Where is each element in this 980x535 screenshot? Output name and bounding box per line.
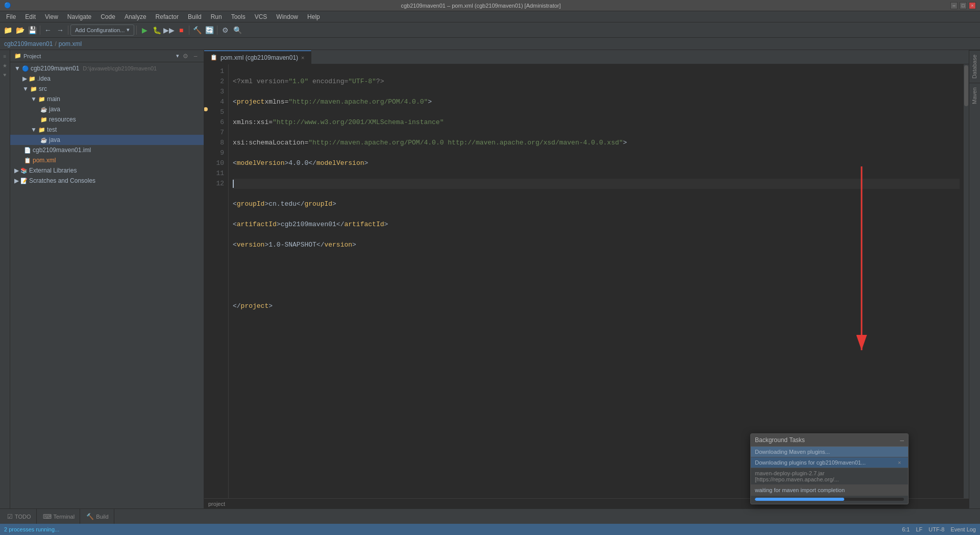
menu-code[interactable]: Code [96,12,119,21]
code-line-9: <version>1.0-SNAPSHOT</version> [233,240,960,250]
project-panel-title: Project [23,53,174,59]
code-line-4: xsi:schemaLocation="http://maven.apache.… [233,138,960,148]
terminal-icon: ⌨ [43,513,52,520]
minimize-button[interactable]: – [950,2,958,9]
toolbar-separator-3 [136,26,137,35]
iml-label: cgb2109maven01.iml [33,147,91,154]
right-tab-maven[interactable]: Maven [969,83,980,108]
breadcrumb-separator: / [55,40,56,47]
project-dropdown-icon[interactable]: ▾ [176,53,179,59]
editor-tabs: 📋 pom.xml (cgb2109maven01) × [204,50,969,64]
tree-external-libs[interactable]: ▶ 📚 External Libraries [10,165,204,176]
menu-navigate[interactable]: Navigate [63,12,95,21]
root-icon: 🔵 [22,65,29,72]
editor-tab-pom[interactable]: 📋 pom.xml (cgb2109maven01) × [204,51,311,64]
toolbar-forward[interactable]: → [55,25,66,36]
cursor-position[interactable]: 6:1 [902,526,910,532]
menu-build[interactable]: Build [184,12,206,21]
menu-help[interactable]: Help [303,12,324,21]
toolbar-run-with-coverage[interactable]: ▶▶ [163,25,175,36]
add-configuration-button[interactable]: Add Configuration... ▾ [70,25,134,36]
menu-file[interactable]: File [2,12,20,21]
left-tool-favorites[interactable]: ♥ [1,70,9,79]
processes-status[interactable]: 2 processes running... [4,526,59,532]
src-folder-icon: 📁 [30,86,37,92]
bottom-tab-todo[interactable]: ☑ TODO [2,509,37,524]
close-button[interactable]: × [969,2,976,9]
toolbar-run[interactable]: ▶ [139,25,150,36]
test-java-label: java [49,136,60,143]
menu-view[interactable]: View [41,12,62,21]
right-sidebar: Database Maven [969,50,980,508]
tree-iml[interactable]: 📄 cgb2109maven01.iml [10,145,204,155]
menu-run[interactable]: Run [207,12,226,21]
toolbar-new-project[interactable]: 📁 [2,25,13,36]
bottom-panel: ☑ TODO ⌨ Terminal 🔨 Build [0,508,980,524]
test-java-icon: ☕ [40,137,47,143]
menu-bar: File Edit View Navigate Code Analyze Ref… [0,11,980,22]
test-arrow: ▼ [31,126,37,133]
tree-resources[interactable]: 📁 resources [10,114,204,125]
src-label: src [39,85,47,92]
charset[interactable]: UTF-8 [928,526,944,532]
tree-main-java[interactable]: ☕ java [10,104,204,114]
toolbar-update[interactable]: 🔄 [204,25,215,36]
toolbar-separator-1 [40,26,40,35]
tree-root[interactable]: ▼ 🔵 cgb2109maven01 D:\javaweb\cgb2109mav… [10,63,204,74]
breadcrumb-project[interactable]: cgb2109maven01 [4,40,53,47]
todo-icon: ☑ [7,513,13,520]
build-label: Build [96,514,108,520]
root-path: D:\javaweb\cgb2109maven01 [83,65,157,71]
tree-pom[interactable]: 📋 pom.xml [10,155,204,165]
idea-folder-icon: 📁 [29,76,36,82]
tree-src[interactable]: ▼ 📁 src [10,84,204,94]
event-log[interactable]: Event Log [950,526,976,532]
line-numbers: 1 2 3 4 5 6 7 8 9 10 11 12 [207,64,229,498]
toolbar-save[interactable]: 💾 [27,25,38,36]
tab-close-button[interactable]: × [301,55,304,61]
tree-scratches[interactable]: ▶ 📝 Scratches and Consoles [10,176,204,186]
toolbar-back[interactable]: ← [42,25,54,36]
menu-refactor[interactable]: Refactor [152,12,183,21]
bottom-tab-terminal[interactable]: ⌨ Terminal [38,509,81,524]
tree-idea[interactable]: ▶ 📁 .idea [10,74,204,84]
bottom-tab-build[interactable]: 🔨 Build [81,509,114,524]
menu-edit[interactable]: Edit [21,12,40,21]
breadcrumb: cgb2109maven01 / pom.xml [0,38,980,50]
menu-analyze[interactable]: Analyze [120,12,151,21]
progress-bar-fill [755,498,844,501]
line-ending[interactable]: LF [916,526,922,532]
right-tab-database[interactable]: Database [969,50,980,83]
menu-tools[interactable]: Tools [227,12,250,21]
menu-window[interactable]: Window [272,12,302,21]
tree-test[interactable]: ▼ 📁 test [10,125,204,135]
bg-task-2-cancel[interactable]: × [898,459,904,466]
breakpoint-indicator [204,107,208,111]
bg-task-downloading-plugins: Downloading Maven plugins... [751,447,908,457]
breadcrumb-file[interactable]: pom.xml [59,40,82,47]
toolbar-stop[interactable]: ■ [176,25,187,36]
project-panel-collapse[interactable]: – [191,52,200,60]
background-tasks-popup: Background Tasks – Downloading Maven plu… [750,433,909,504]
editor-scrollbar[interactable] [964,64,969,498]
bg-tasks-close-button[interactable]: – [900,436,904,444]
toolbar-settings[interactable]: ⚙ [219,25,231,36]
toolbar-open[interactable]: 📂 [14,25,26,36]
tree-test-java[interactable]: ☕ java [10,135,204,145]
toolbar-debug[interactable]: 🐛 [151,25,162,36]
left-tool-bookmark[interactable]: ★ [1,61,9,69]
toolbar-build[interactable]: 🔨 [191,25,203,36]
toolbar-search[interactable]: 🔍 [232,25,243,36]
menu-vcs[interactable]: VCS [251,12,272,21]
window-title: cgb2109maven01 – pom.xml (cgb2109maven01… [11,3,950,9]
scrollbar-thumb[interactable] [964,65,968,106]
status-left: 2 processes running... [4,526,898,532]
bg-task-waiting: waiting for maven import completion [751,485,908,496]
project-panel-settings[interactable]: ⚙ [181,52,189,60]
maximize-button[interactable]: □ [960,2,967,9]
bg-task-downloading-cgb: Downloading plugins for cgb2109maven01..… [751,457,908,468]
code-line-12: </project> [233,301,960,311]
src-arrow: ▼ [22,85,29,92]
tree-main[interactable]: ▼ 📁 main [10,94,204,104]
left-tool-structure[interactable]: ≡ [1,52,9,60]
